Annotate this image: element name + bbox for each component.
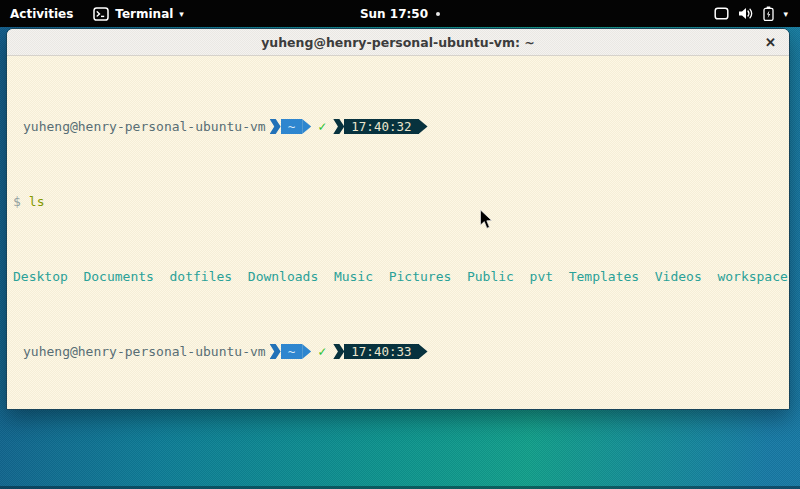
chevron-down-icon: ▾ [783,10,788,19]
powerline-arrow-icon [302,344,311,359]
notification-dot-icon [436,12,440,16]
prompt-time: 17:40:33 [344,344,418,359]
prompt-directory: ~ [281,119,303,134]
prompt-directory: ~ [281,344,303,359]
window-title: yuheng@henry-personal-ubuntu-vm: ~ [261,35,535,50]
clock-button[interactable]: Sun 17:50 [350,0,450,27]
top-bar: Activities Terminal ▾ Sun 17:50 [0,0,800,27]
terminal-content[interactable]: yuheng@henry-personal-ubuntu-vm ~ ✓ 17:4… [7,56,789,410]
system-status-area[interactable]: ▾ [702,0,800,27]
powerline-arrow-icon [419,344,428,359]
prompt-symbol: $ [13,194,21,209]
prompt-line-1: yuheng@henry-personal-ubuntu-vm ~ ✓ 17:4… [13,119,785,134]
activities-label: Activities [10,7,73,21]
app-menu-label: Terminal [115,7,173,21]
powerline-separator-icon [270,119,281,134]
directory-list: Desktop Documents dotfiles Downloads Mus… [13,269,788,284]
clock-label: Sun 17:50 [360,7,428,21]
battery-charging-icon [763,6,774,21]
prompt-line-2: yuheng@henry-personal-ubuntu-vm ~ ✓ 17:4… [13,344,785,359]
status-check-icon: ✓ [318,344,326,359]
terminal-app-icon [93,7,109,21]
powerline-arrow-icon [419,119,428,134]
prompt-time: 17:40:32 [344,119,418,134]
activities-button[interactable]: Activities [0,0,83,27]
top-bar-right: ▾ [702,0,800,27]
app-menu-terminal[interactable]: Terminal ▾ [83,0,194,27]
window-titlebar[interactable]: yuheng@henry-personal-ubuntu-vm: ~ ✕ [7,29,789,56]
prompt-username: yuheng@henry-personal-ubuntu-vm [23,119,266,134]
command-line-1: $ls [13,194,785,209]
prompt-username: yuheng@henry-personal-ubuntu-vm [23,344,266,359]
powerline-separator-icon [333,119,344,134]
terminal-window: yuheng@henry-personal-ubuntu-vm: ~ ✕ yuh… [6,28,790,410]
powerline-arrow-icon [302,119,311,134]
display-icon [714,7,729,20]
close-icon: ✕ [765,35,776,50]
powerline-separator-icon [333,344,344,359]
command-text: ls [29,194,45,209]
close-button[interactable]: ✕ [761,34,780,51]
powerline-separator-icon [270,344,281,359]
status-check-icon: ✓ [318,119,326,134]
desktop-background: { "topbar": { "activities_label": "Activ… [0,0,800,489]
chevron-down-icon: ▾ [179,10,184,19]
volume-icon [738,7,754,20]
top-bar-left: Activities Terminal ▾ [0,0,194,27]
ls-output-line: Desktop Documents dotfiles Downloads Mus… [13,269,785,284]
